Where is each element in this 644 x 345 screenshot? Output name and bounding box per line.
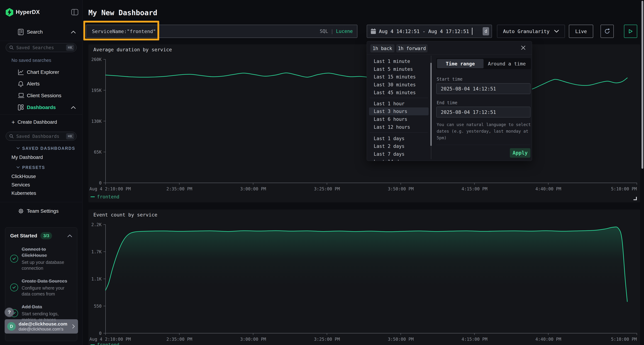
chevron-up-icon xyxy=(71,30,76,33)
granularity-select[interactable]: Auto Granularity xyxy=(497,25,565,38)
preset-last-6-hours[interactable]: Last 6 hours xyxy=(369,115,428,123)
chevron-down-icon xyxy=(16,147,20,150)
live-button-label: Live xyxy=(575,28,587,34)
preset-link-services[interactable]: Services xyxy=(12,181,30,189)
preset-last-14-days[interactable]: Last 14 days xyxy=(369,158,428,161)
filter-query-input[interactable] xyxy=(86,28,320,34)
time-range-input[interactable]: Aug 4 14:12:51 - Aug 4 17:12:51 d xyxy=(367,25,492,38)
time-mode-tabs: Time range Around a time xyxy=(436,58,531,69)
sidebar-item-label: Client Sessions xyxy=(27,93,61,98)
page-scrollbar[interactable] xyxy=(642,1,643,169)
preset-link-kubernetes[interactable]: Kubernetes xyxy=(12,189,36,197)
sidebar-collapse-icon[interactable] xyxy=(71,8,78,16)
check-circle-icon xyxy=(10,284,18,291)
svg-text:0: 0 xyxy=(99,331,102,336)
svg-text:2:35:00 PM: 2:35:00 PM xyxy=(166,186,192,191)
preset-last-30-minutes[interactable]: Last 30 minutes xyxy=(369,81,428,89)
help-button[interactable]: ? xyxy=(4,308,14,317)
run-query-button[interactable] xyxy=(624,25,637,38)
chevron-up-icon[interactable] xyxy=(68,234,72,237)
divider xyxy=(0,41,82,41)
get-started-item-connect[interactable]: Connect to ClickHouse Set up your databa… xyxy=(10,246,72,271)
sidebar-item-search[interactable]: Search xyxy=(0,26,82,37)
svg-text:3:25:00 PM: 3:25:00 PM xyxy=(314,337,340,342)
svg-text:3:00:00 PM: 3:00:00 PM xyxy=(240,186,266,191)
shift-forward-button[interactable]: 1h forward xyxy=(396,44,428,52)
panel-resize-handle[interactable] xyxy=(634,197,637,200)
dashboard-link-my-dashboard[interactable]: My Dashboard xyxy=(12,153,43,161)
check-circle-icon xyxy=(10,255,18,263)
sidebar-item-client-sessions[interactable]: Client Sessions xyxy=(0,90,82,101)
get-started-item-title: Create Data Sources xyxy=(22,278,70,284)
preset-last-45-minutes[interactable]: Last 45 minutes xyxy=(369,89,428,96)
svg-text:Aug 4 2:10:00 PM: Aug 4 2:10:00 PM xyxy=(90,186,131,191)
saved-searches-search[interactable]: ⌘K xyxy=(6,43,76,52)
refresh-button[interactable] xyxy=(600,25,614,38)
preset-last-15-minutes[interactable]: Last 15 minutes xyxy=(369,73,428,81)
kbd-shortcut: ⌘K xyxy=(66,133,74,139)
filter-query-field[interactable]: SQL | Lucene xyxy=(86,25,358,38)
get-started-item-title: Add Data xyxy=(22,304,70,310)
tab-time-range[interactable]: Time range xyxy=(437,59,484,68)
language-toggle-sql[interactable]: SQL xyxy=(320,28,328,34)
chart-legend[interactable]: frontend xyxy=(90,342,119,345)
app-logo-text: HyperDX xyxy=(16,9,40,15)
svg-text:0: 0 xyxy=(99,181,102,186)
create-dashboard-label: Create Dashboard xyxy=(18,119,57,125)
preset-last-3-hours-selected[interactable]: Last 3 hours xyxy=(369,107,428,115)
chevron-down-icon xyxy=(16,166,20,169)
preset-last-2-days[interactable]: Last 2 days xyxy=(369,142,428,150)
svg-text:3:50:00 PM: 3:50:00 PM xyxy=(388,186,414,191)
refresh-icon xyxy=(604,28,610,35)
tab-around-a-time[interactable]: Around a time xyxy=(484,59,530,68)
preset-last-5-minutes[interactable]: Last 5 minutes xyxy=(369,65,428,73)
sidebar-item-alerts[interactable]: Alerts xyxy=(0,78,82,89)
saved-searches-input[interactable] xyxy=(16,45,66,50)
end-time-field[interactable] xyxy=(436,107,530,117)
event-count-chart: 05501.1K1.7K2.2KAug 4 2:10:00 PM2:35:00 … xyxy=(88,210,640,345)
svg-text:Aug 4 2:10:00 PM: Aug 4 2:10:00 PM xyxy=(90,337,131,342)
list-scrollbar-thumb[interactable] xyxy=(430,63,432,146)
preset-last-1-days[interactable]: Last 1 days xyxy=(369,135,428,142)
preset-last-12-hours[interactable]: Last 12 hours xyxy=(369,123,428,131)
sidebar-item-team-settings[interactable]: Team Settings xyxy=(0,206,82,217)
svg-text:4:40:00 PM: 4:40:00 PM xyxy=(536,186,561,191)
avatar: D xyxy=(7,322,16,331)
chart-legend[interactable]: frontend xyxy=(90,194,119,200)
section-presets[interactable]: PRESETS xyxy=(16,164,45,171)
user-org: dale@clickhouse.com's xyxy=(18,327,67,332)
preset-link-clickhouse[interactable]: ClickHouse xyxy=(12,172,36,180)
text-caret xyxy=(472,28,472,35)
chart-panel-avg-duration: Average duration by service 065K130K195K… xyxy=(88,44,640,202)
section-label: SAVED DASHBOARDS xyxy=(22,146,75,151)
saved-dashboards-search[interactable]: ⌘K xyxy=(6,132,76,141)
preset-last-7-days[interactable]: Last 7 days xyxy=(369,150,428,158)
get-started-item-sources[interactable]: Create Data Sources Configure where your… xyxy=(10,278,72,297)
sidebar-item-label: Dashboards xyxy=(27,105,56,110)
language-toggle-lucene[interactable]: Lucene xyxy=(336,28,353,34)
section-saved-dashboards[interactable]: SAVED DASHBOARDS xyxy=(16,144,75,152)
chart-panel-event-count: Event count by service 05501.1K1.7K2.2KA… xyxy=(88,210,640,345)
close-icon[interactable] xyxy=(521,45,526,50)
shift-back-button[interactable]: 1h back xyxy=(370,44,394,52)
svg-text:3:50:00 PM: 3:50:00 PM xyxy=(388,337,414,342)
user-menu[interactable]: D dale@clickhouse.com dale@clickhouse.co… xyxy=(5,319,78,334)
saved-dashboards-input[interactable] xyxy=(16,134,66,139)
natural-language-hint: You can use natural language to select d… xyxy=(437,121,532,141)
start-time-input[interactable] xyxy=(436,86,530,92)
svg-text:195K: 195K xyxy=(91,88,102,93)
live-button[interactable]: Live xyxy=(569,25,593,38)
divider xyxy=(367,54,532,55)
sidebar-item-dashboards[interactable]: Dashboards xyxy=(0,102,82,113)
legend-label: frontend xyxy=(97,342,119,345)
create-dashboard-button[interactable]: + Create Dashboard xyxy=(0,117,82,128)
legend-label: frontend xyxy=(97,194,119,200)
end-time-input[interactable] xyxy=(436,109,530,115)
preset-last-1-minute[interactable]: Last 1 minute xyxy=(369,57,428,65)
start-time-field[interactable] xyxy=(436,83,530,94)
divider xyxy=(0,114,82,115)
svg-text:3:25:00 PM: 3:25:00 PM xyxy=(314,186,340,191)
apply-button[interactable]: Apply xyxy=(510,148,530,158)
preset-last-1-hour[interactable]: Last 1 hour xyxy=(369,100,428,108)
sidebar-item-chart-explorer[interactable]: Chart Explorer xyxy=(0,67,82,78)
